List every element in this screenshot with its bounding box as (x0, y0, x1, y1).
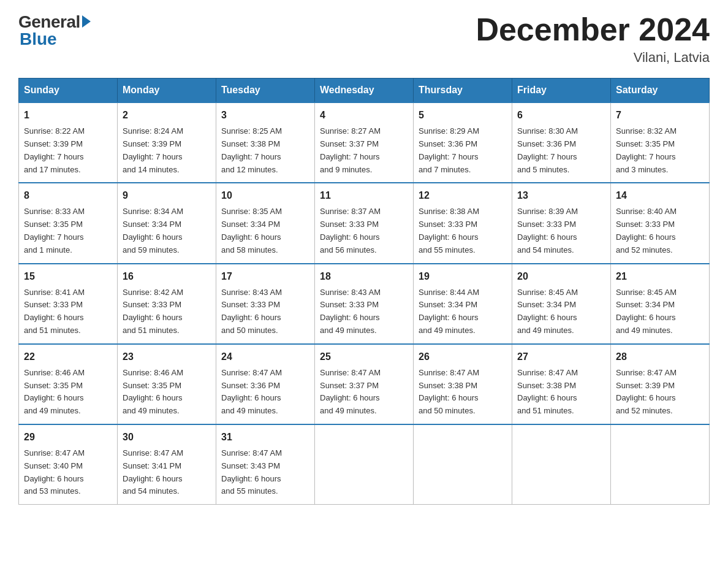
day-number: 29 (24, 430, 112, 445)
day-info: Sunrise: 8:37 AMSunset: 3:33 PMDaylight:… (320, 207, 381, 254)
col-friday: Friday (512, 79, 611, 103)
day-number: 6 (517, 108, 605, 123)
day-info: Sunrise: 8:44 AMSunset: 3:34 PMDaylight:… (419, 288, 479, 335)
day-info: Sunrise: 8:45 AMSunset: 3:34 PMDaylight:… (517, 288, 578, 335)
day-number: 23 (123, 350, 211, 364)
calendar-cell: 27 Sunrise: 8:47 AMSunset: 3:38 PMDaylig… (512, 344, 611, 424)
calendar-cell: 7 Sunrise: 8:32 AMSunset: 3:35 PMDayligh… (611, 102, 710, 183)
calendar-cell: 24 Sunrise: 8:47 AMSunset: 3:36 PMDaylig… (216, 344, 315, 424)
week-row-5: 29 Sunrise: 8:47 AMSunset: 3:40 PMDaylig… (19, 424, 710, 505)
day-number: 25 (320, 350, 408, 364)
day-number: 28 (616, 350, 704, 364)
day-info: Sunrise: 8:30 AMSunset: 3:36 PMDaylight:… (517, 126, 578, 174)
week-row-3: 15 Sunrise: 8:41 AMSunset: 3:33 PMDaylig… (19, 264, 710, 344)
month-title: December 2024 (476, 12, 710, 47)
col-saturday: Saturday (611, 79, 710, 103)
day-number: 11 (320, 188, 408, 203)
calendar-cell: 13 Sunrise: 8:39 AMSunset: 3:33 PMDaylig… (512, 183, 611, 263)
day-number: 15 (24, 269, 112, 284)
day-info: Sunrise: 8:43 AMSunset: 3:33 PMDaylight:… (221, 288, 282, 335)
day-info: Sunrise: 8:47 AMSunset: 3:38 PMDaylight:… (419, 368, 479, 415)
calendar-cell: 12 Sunrise: 8:38 AMSunset: 3:33 PMDaylig… (414, 183, 512, 263)
col-wednesday: Wednesday (315, 79, 414, 103)
day-info: Sunrise: 8:47 AMSunset: 3:38 PMDaylight:… (517, 368, 578, 415)
logo-arrow-icon (82, 15, 91, 28)
day-info: Sunrise: 8:33 AMSunset: 3:35 PMDaylight:… (24, 207, 85, 254)
day-number: 18 (320, 269, 408, 284)
day-info: Sunrise: 8:47 AMSunset: 3:37 PMDaylight:… (320, 368, 381, 415)
week-row-4: 22 Sunrise: 8:46 AMSunset: 3:35 PMDaylig… (19, 344, 710, 424)
day-info: Sunrise: 8:47 AMSunset: 3:43 PMDaylight:… (221, 448, 282, 496)
calendar-table: Sunday Monday Tuesday Wednesday Thursday… (18, 78, 710, 505)
day-number: 27 (517, 350, 605, 364)
page-header: General Blue December 2024 Vilani, Latvi… (18, 12, 710, 66)
calendar-cell: 6 Sunrise: 8:30 AMSunset: 3:36 PMDayligh… (512, 102, 611, 183)
calendar-cell: 16 Sunrise: 8:42 AMSunset: 3:33 PMDaylig… (118, 264, 216, 344)
day-info: Sunrise: 8:34 AMSunset: 3:34 PMDaylight:… (123, 207, 183, 254)
calendar-cell: 22 Sunrise: 8:46 AMSunset: 3:35 PMDaylig… (19, 344, 118, 424)
day-info: Sunrise: 8:47 AMSunset: 3:36 PMDaylight:… (221, 368, 282, 415)
week-row-2: 8 Sunrise: 8:33 AMSunset: 3:35 PMDayligh… (19, 183, 710, 263)
day-info: Sunrise: 8:47 AMSunset: 3:39 PMDaylight:… (616, 368, 677, 415)
day-number: 10 (221, 188, 309, 203)
day-info: Sunrise: 8:32 AMSunset: 3:35 PMDaylight:… (616, 126, 677, 174)
calendar-cell: 21 Sunrise: 8:45 AMSunset: 3:34 PMDaylig… (611, 264, 710, 344)
day-info: Sunrise: 8:40 AMSunset: 3:33 PMDaylight:… (616, 207, 677, 254)
calendar-header-row: Sunday Monday Tuesday Wednesday Thursday… (19, 79, 710, 103)
day-number: 17 (221, 269, 309, 284)
day-number: 7 (616, 108, 704, 123)
day-number: 9 (123, 188, 211, 203)
calendar-cell: 14 Sunrise: 8:40 AMSunset: 3:33 PMDaylig… (611, 183, 710, 263)
day-number: 19 (419, 269, 507, 284)
col-sunday: Sunday (19, 79, 118, 103)
location-subtitle: Vilani, Latvia (476, 50, 710, 66)
day-info: Sunrise: 8:29 AMSunset: 3:36 PMDaylight:… (419, 126, 479, 174)
calendar-cell: 2 Sunrise: 8:24 AMSunset: 3:39 PMDayligh… (118, 102, 216, 183)
calendar-cell: 17 Sunrise: 8:43 AMSunset: 3:33 PMDaylig… (216, 264, 315, 344)
calendar-cell (315, 424, 414, 505)
calendar-cell: 11 Sunrise: 8:37 AMSunset: 3:33 PMDaylig… (315, 183, 414, 263)
calendar-cell: 30 Sunrise: 8:47 AMSunset: 3:41 PMDaylig… (118, 424, 216, 505)
day-info: Sunrise: 8:47 AMSunset: 3:41 PMDaylight:… (123, 448, 183, 496)
day-info: Sunrise: 8:46 AMSunset: 3:35 PMDaylight:… (24, 368, 85, 415)
day-info: Sunrise: 8:24 AMSunset: 3:39 PMDaylight:… (123, 126, 183, 174)
day-number: 8 (24, 188, 112, 203)
title-area: December 2024 Vilani, Latvia (476, 12, 710, 66)
calendar-cell: 1 Sunrise: 8:22 AMSunset: 3:39 PMDayligh… (19, 102, 118, 183)
day-number: 12 (419, 188, 507, 203)
day-number: 21 (616, 269, 704, 284)
day-number: 2 (123, 108, 211, 123)
calendar-cell (512, 424, 611, 505)
day-info: Sunrise: 8:47 AMSunset: 3:40 PMDaylight:… (24, 448, 85, 496)
day-number: 22 (24, 350, 112, 364)
calendar-cell: 9 Sunrise: 8:34 AMSunset: 3:34 PMDayligh… (118, 183, 216, 263)
day-info: Sunrise: 8:25 AMSunset: 3:38 PMDaylight:… (221, 126, 282, 174)
calendar-cell: 29 Sunrise: 8:47 AMSunset: 3:40 PMDaylig… (19, 424, 118, 505)
day-number: 26 (419, 350, 507, 364)
calendar-cell: 26 Sunrise: 8:47 AMSunset: 3:38 PMDaylig… (414, 344, 512, 424)
day-number: 30 (123, 430, 211, 445)
calendar-cell: 28 Sunrise: 8:47 AMSunset: 3:39 PMDaylig… (611, 344, 710, 424)
col-thursday: Thursday (414, 79, 512, 103)
day-info: Sunrise: 8:43 AMSunset: 3:33 PMDaylight:… (320, 288, 381, 335)
day-number: 20 (517, 269, 605, 284)
day-number: 16 (123, 269, 211, 284)
calendar-cell (611, 424, 710, 505)
calendar-cell: 23 Sunrise: 8:46 AMSunset: 3:35 PMDaylig… (118, 344, 216, 424)
day-info: Sunrise: 8:35 AMSunset: 3:34 PMDaylight:… (221, 207, 282, 254)
calendar-cell: 10 Sunrise: 8:35 AMSunset: 3:34 PMDaylig… (216, 183, 315, 263)
day-number: 3 (221, 108, 309, 123)
calendar-cell: 4 Sunrise: 8:27 AMSunset: 3:37 PMDayligh… (315, 102, 414, 183)
calendar-cell: 19 Sunrise: 8:44 AMSunset: 3:34 PMDaylig… (414, 264, 512, 344)
day-info: Sunrise: 8:38 AMSunset: 3:33 PMDaylight:… (419, 207, 479, 254)
col-tuesday: Tuesday (216, 79, 315, 103)
logo-blue-text: Blue (20, 29, 57, 49)
week-row-1: 1 Sunrise: 8:22 AMSunset: 3:39 PMDayligh… (19, 102, 710, 183)
day-info: Sunrise: 8:27 AMSunset: 3:37 PMDaylight:… (320, 126, 381, 174)
day-info: Sunrise: 8:41 AMSunset: 3:33 PMDaylight:… (24, 288, 85, 335)
calendar-cell: 31 Sunrise: 8:47 AMSunset: 3:43 PMDaylig… (216, 424, 315, 505)
day-number: 14 (616, 188, 704, 203)
day-info: Sunrise: 8:39 AMSunset: 3:33 PMDaylight:… (517, 207, 578, 254)
calendar-cell: 8 Sunrise: 8:33 AMSunset: 3:35 PMDayligh… (19, 183, 118, 263)
day-info: Sunrise: 8:45 AMSunset: 3:34 PMDaylight:… (616, 288, 677, 335)
